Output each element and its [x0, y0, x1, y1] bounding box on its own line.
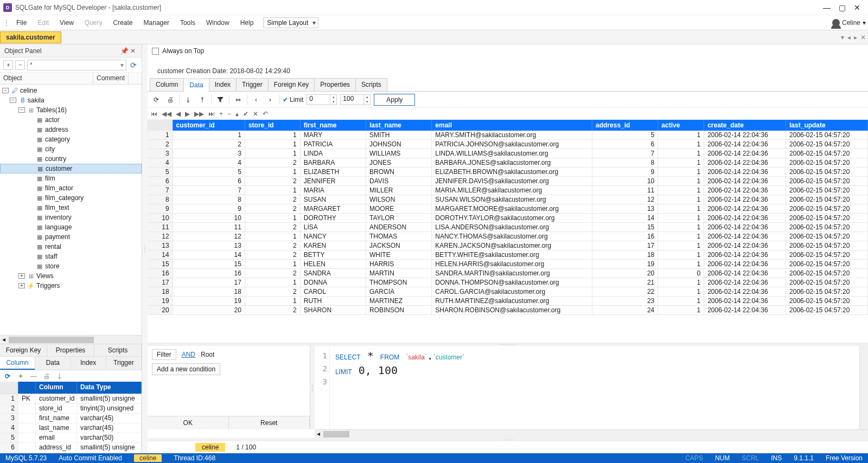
close-button[interactable]: ✕ [850, 2, 865, 13]
menu-manager[interactable]: Manager [138, 17, 175, 29]
tree-node-customer[interactable]: ▦customer [0, 164, 142, 173]
tree-toggle-icon[interactable] [27, 234, 34, 240]
panel-tab-index[interactable]: Index [71, 357, 106, 370]
menu-tools[interactable]: Tools [175, 17, 201, 29]
tree-toggle-icon[interactable] [27, 146, 34, 152]
data-row[interactable]: 111MARYSMITHMARY.SMITH@sakilacustomer.or… [148, 131, 868, 140]
refresh-data-icon[interactable]: ⟳ [151, 94, 162, 105]
data-tab-index[interactable]: Index [209, 78, 237, 91]
data-row[interactable]: 13132KARENJACKSONKAREN.JACKSON@sakilacus… [148, 241, 868, 250]
sql-vscroll[interactable] [859, 346, 868, 429]
data-row[interactable]: 551ELIZABETHBROWNELIZABETH.BROWN@sakilac… [148, 168, 868, 177]
tree-node-staff[interactable]: ▦staff [0, 252, 142, 261]
export-icon[interactable]: ⭳ [55, 372, 64, 381]
tree-toggle-icon[interactable] [27, 215, 34, 220]
column-row[interactable]: 4last_namevarchar(45) [0, 423, 142, 433]
maximize-button[interactable]: ▢ [834, 2, 850, 13]
tree-toggle-icon[interactable] [27, 244, 34, 249]
next-page-icon[interactable]: › [265, 94, 276, 105]
data-row[interactable]: 662JENNIFERDAVISJENNIFER.DAVIS@sakilacus… [148, 177, 868, 186]
column-row[interactable]: 1PKcustomer_idsmallint(5) unsigne [0, 394, 142, 404]
grid-header-email[interactable]: email [432, 120, 592, 131]
data-tab-foreign-key[interactable]: Foreign Key [268, 78, 315, 91]
panel-tab-scripts[interactable]: Scripts [94, 344, 142, 356]
panel-tab-foreign-key[interactable]: Foreign Key [0, 344, 47, 356]
data-row[interactable]: 12121NANCYTHOMASNANCY.THOMAS@sakilacusto… [148, 232, 868, 241]
export-data-icon[interactable]: ⭳ [183, 94, 194, 105]
print-icon[interactable]: 🖨 [42, 372, 51, 381]
tree-toggle-icon[interactable] [27, 127, 34, 132]
tree-node-address[interactable]: ▦address [0, 125, 142, 134]
nav-cancel-icon[interactable]: ✕ [253, 110, 258, 118]
nav-last-icon[interactable]: ⏭ [208, 110, 215, 118]
tree-node-category[interactable]: ▦category [0, 134, 142, 144]
nav-edit-icon[interactable]: ▴ [235, 110, 239, 118]
add-column-icon[interactable]: ＋ [16, 372, 25, 381]
data-row[interactable]: 331LINDAWILLIAMSLINDA.WILLIAMS@sakilacus… [148, 149, 868, 158]
tree-toggle-icon[interactable] [27, 176, 34, 181]
grid-header-active[interactable]: active [658, 120, 704, 131]
filter-icon[interactable] [215, 94, 226, 105]
grid-header-last_update[interactable]: last_update [786, 120, 868, 131]
data-row[interactable]: 20202SHARONROBINSONSHARON.ROBINSON@sakil… [148, 306, 868, 315]
data-row[interactable]: 18182CAROLGARCIACAROL.GARCIA@sakilacusto… [148, 287, 868, 297]
tree-node-store[interactable]: ▦store [0, 261, 142, 271]
grid-header-address_id[interactable]: address_id [592, 120, 658, 131]
data-row[interactable]: 882SUSANWILSONSUSAN.WILSON@sakilacustome… [148, 195, 868, 204]
tree-toggle-icon[interactable] [27, 205, 34, 210]
tree-toggle-icon[interactable] [28, 166, 34, 171]
tree-toggle-icon[interactable] [27, 156, 34, 162]
column-row[interactable]: 5emailvarchar(50) [0, 433, 142, 443]
data-row[interactable]: 17171DONNATHOMPSONDONNA.THOMPSON@sakilac… [148, 278, 868, 287]
tree-toggle-icon[interactable]: − [2, 88, 9, 93]
tab-prev-icon[interactable]: ◂ [847, 34, 851, 41]
nav-first-icon[interactable]: ⏮ [151, 110, 157, 118]
collapse-all-button[interactable]: － [15, 60, 25, 70]
layout-select[interactable]: Simple Layout [263, 17, 318, 28]
refresh-icon[interactable]: ⟳ [129, 60, 138, 70]
tree-node-language[interactable]: ▦language [0, 222, 142, 232]
grid-header-store_id[interactable]: store_id [245, 120, 300, 131]
document-tab-active[interactable]: sakila.customer [0, 31, 61, 43]
data-tab-trigger[interactable]: Trigger [236, 78, 269, 91]
tree-node-payment[interactable]: ▦payment [0, 232, 142, 242]
menu-create[interactable]: Create [108, 17, 138, 29]
data-tab-data[interactable]: Data [183, 79, 209, 92]
column-row[interactable]: 3first_namevarchar(45) [0, 414, 142, 423]
data-row[interactable]: 10101DOROTHYTAYLORDOROTHY.TAYLOR@sakilac… [148, 214, 868, 223]
filter-ok-button[interactable]: OK [148, 416, 229, 429]
limit-to-input[interactable]: 100▴▾ [340, 94, 371, 105]
tree-toggle-icon[interactable]: − [18, 107, 25, 113]
grid-header-customer_id[interactable]: customer_id [173, 120, 245, 131]
menu-file[interactable]: File [11, 17, 32, 29]
tree-node-film-actor[interactable]: ▦film_actor [0, 183, 142, 193]
data-row[interactable]: 221PATRICIAJOHNSONPATRICIA.JOHNSON@sakil… [148, 140, 868, 149]
nav-add-icon[interactable]: + [219, 110, 223, 118]
menu-view[interactable]: View [54, 17, 79, 29]
tree-toggle-icon[interactable]: + [18, 273, 25, 279]
data-tab-scripts[interactable]: Scripts [355, 78, 387, 91]
object-search-input[interactable]: *▾ [27, 60, 126, 70]
menu-window[interactable]: Window [201, 17, 235, 29]
tab-menu-icon[interactable]: ▾ [841, 34, 844, 41]
data-row[interactable]: 16162SANDRAMARTINSANDRA.MARTIN@sakilacus… [148, 269, 868, 278]
user-menu[interactable]: Celine ▾ [832, 19, 866, 27]
tree-node-film-text[interactable]: ▦film_text [0, 203, 142, 213]
tab-close-icon[interactable]: ✕ [860, 34, 866, 41]
filter-and-link[interactable]: AND [182, 351, 195, 358]
panel-tab-properties[interactable]: Properties [47, 344, 94, 356]
vertical-splitter[interactable]: ⋮ [142, 44, 148, 453]
nav-remove-icon[interactable]: − [227, 110, 231, 118]
fit-columns-icon[interactable]: ⇔ [233, 94, 244, 105]
panel-tab-data[interactable]: Data [35, 357, 71, 370]
tree-node-rental[interactable]: ▦rental [0, 242, 142, 252]
always-on-top-checkbox[interactable] [152, 48, 159, 55]
column-row[interactable]: 6address_idsmallint(5) unsigne [0, 443, 142, 453]
column-row[interactable]: 2store_idtinyint(3) unsigned [0, 404, 142, 414]
panel-close-icon[interactable]: ✕ [129, 47, 137, 55]
expand-all-button[interactable]: ＋ [3, 60, 13, 70]
sql-vertical-splitter[interactable]: ⋮ [310, 346, 315, 429]
tree-node-sakila[interactable]: −🛢sakila [0, 95, 142, 105]
nav-next-page-icon[interactable]: ▶▶ [194, 110, 204, 118]
remove-column-icon[interactable]: — [29, 372, 38, 381]
